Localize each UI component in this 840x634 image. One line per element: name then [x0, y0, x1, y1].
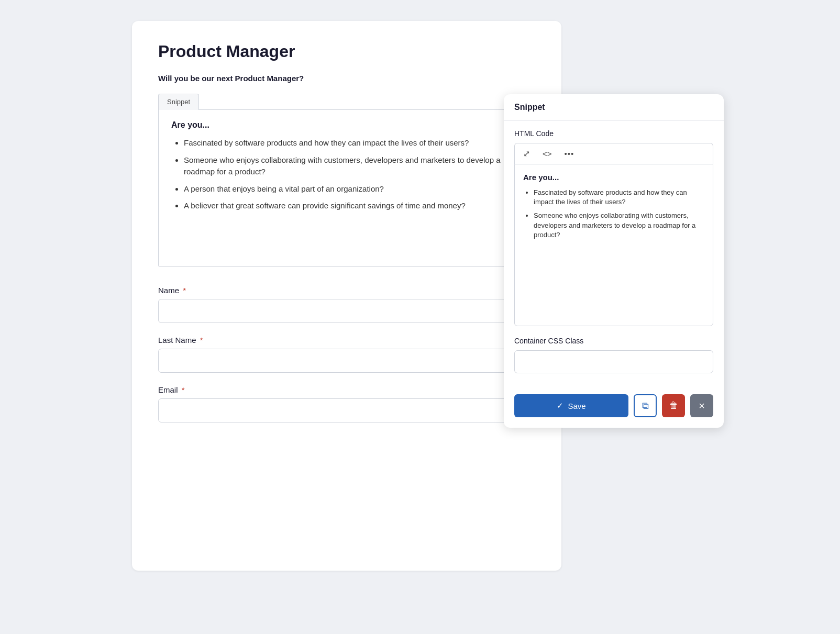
- snippet-tab[interactable]: Snippet: [158, 94, 199, 110]
- delete-icon: 🗑: [669, 401, 678, 411]
- save-checkmark-icon: ✓: [557, 401, 563, 410]
- preview-list: Fascinated by software products and how …: [523, 188, 704, 240]
- required-asterisk: *: [181, 286, 186, 295]
- panel-header: Snippet: [504, 94, 724, 121]
- last-name-input[interactable]: [158, 349, 535, 373]
- tab-bar: Snippet: [158, 93, 535, 110]
- preview-box: Are you... Fascinated by software produc…: [514, 164, 713, 326]
- copy-button[interactable]: ⧉: [634, 394, 657, 417]
- container-css-class-label: Container CSS Class: [514, 337, 713, 345]
- preview-heading: Are you...: [523, 173, 704, 182]
- page-wrapper: Product Manager Will you be our next Pro…: [132, 21, 708, 571]
- code-icon-button[interactable]: <>: [540, 148, 554, 159]
- name-field-group: Name *: [158, 286, 535, 323]
- last-name-field-group: Last Name *: [158, 336, 535, 373]
- close-button[interactable]: ×: [690, 394, 713, 417]
- list-item: A person that enjoys being a vital part …: [184, 183, 522, 195]
- list-item: A believer that great software can provi…: [184, 200, 522, 212]
- snippet-list: Fascinated by software products and how …: [171, 137, 522, 212]
- main-form-card: Product Manager Will you be our next Pro…: [132, 21, 561, 571]
- required-asterisk: *: [198, 336, 203, 344]
- snippet-heading: Are you...: [171, 120, 522, 130]
- snippet-panel: Snippet HTML Code ⤢ <> ••• Are you... Fa…: [504, 94, 724, 428]
- close-icon: ×: [699, 400, 705, 412]
- page-title: Product Manager: [158, 42, 535, 61]
- expand-icon: ⤢: [523, 149, 530, 159]
- email-label: Email *: [158, 385, 535, 394]
- html-code-label: HTML Code: [514, 129, 713, 138]
- more-icon: •••: [565, 149, 574, 158]
- panel-body: HTML Code ⤢ <> ••• Are you... Fascinated…: [504, 121, 724, 394]
- snippet-content-box: Are you... Fascinated by software produc…: [158, 110, 535, 267]
- preview-list-item: Someone who enjoys collaborating with cu…: [534, 211, 704, 240]
- page-subtitle: Will you be our next Product Manager?: [158, 74, 535, 83]
- save-button[interactable]: ✓ Save: [514, 394, 628, 417]
- name-input[interactable]: [158, 299, 535, 323]
- container-css-class-input[interactable]: col-12: [514, 350, 713, 373]
- name-label: Name *: [158, 286, 535, 295]
- email-field-group: Email *: [158, 385, 535, 422]
- required-asterisk: *: [180, 385, 185, 394]
- list-item: Someone who enjoys collaborating with cu…: [184, 154, 522, 178]
- email-input[interactable]: [158, 398, 535, 422]
- code-toolbar: ⤢ <> •••: [514, 143, 713, 164]
- preview-list-item: Fascinated by software products and how …: [534, 188, 704, 207]
- code-icon: <>: [543, 149, 552, 158]
- delete-button[interactable]: 🗑: [662, 394, 685, 417]
- panel-footer: ✓ Save ⧉ 🗑 ×: [504, 394, 724, 428]
- expand-icon-button[interactable]: ⤢: [521, 148, 532, 160]
- list-item: Fascinated by software products and how …: [184, 137, 522, 149]
- copy-icon: ⧉: [642, 401, 649, 411]
- more-options-button[interactable]: •••: [562, 148, 577, 159]
- last-name-label: Last Name *: [158, 336, 535, 344]
